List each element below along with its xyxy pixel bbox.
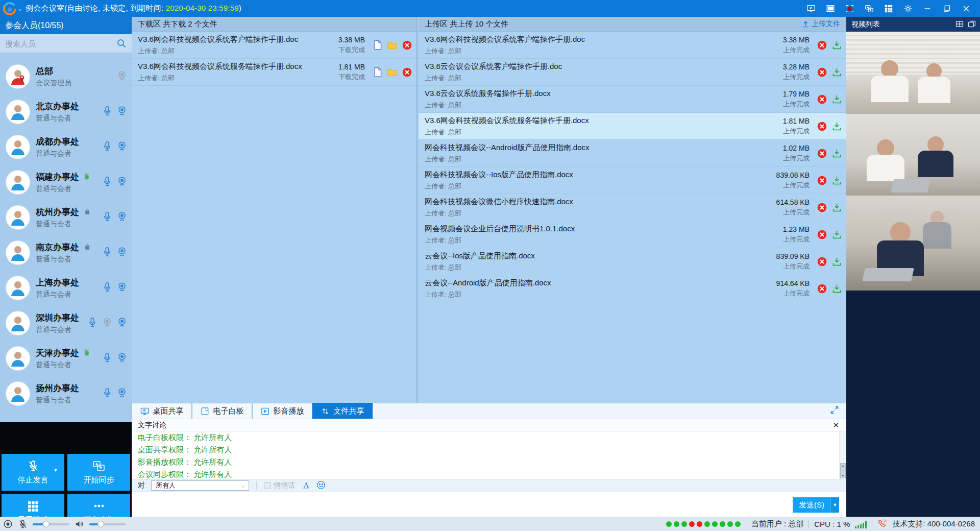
close-icon[interactable]: ✕: [826, 421, 841, 430]
video-layout-icon[interactable]: [955, 20, 964, 29]
tab-file-share[interactable]: 文件共享: [312, 403, 373, 419]
video-popout-icon[interactable]: [968, 20, 976, 29]
camera-icon[interactable]: [116, 352, 128, 365]
app-logo-icon[interactable]: [3, 2, 16, 15]
emoji-button[interactable]: [316, 480, 326, 491]
delete-file-icon[interactable]: [817, 121, 827, 132]
camera-icon[interactable]: [116, 140, 128, 154]
upload-file-row[interactable]: 网会科技视频会议--Android版产品使用指南.docx上传者: 总部 1.0…: [419, 140, 846, 167]
participant-row[interactable]: 南京办事处 普通与会者: [0, 235, 132, 270]
download-file-icon[interactable]: [831, 175, 842, 186]
participant-row[interactable]: 扬州办事处 普通与会者: [0, 376, 132, 411]
mic-muted-icon[interactable]: [18, 519, 28, 529]
stop-speaking-button[interactable]: 停止发言 ▼: [2, 454, 64, 491]
dropdown-caret-icon[interactable]: ▼: [53, 467, 58, 473]
video-thumbnail-2[interactable]: [846, 114, 980, 196]
download-file-icon[interactable]: [831, 256, 842, 267]
participant-row[interactable]: 杭州办事处 普通与会者: [0, 200, 132, 235]
participant-row[interactable]: 福建办事处 普通与会者: [0, 164, 132, 200]
download-file-icon[interactable]: [831, 67, 842, 78]
camera-icon[interactable]: [116, 281, 128, 295]
mic-icon[interactable]: [87, 317, 98, 330]
font-style-button[interactable]: A: [303, 481, 309, 490]
camera-icon[interactable]: [116, 387, 128, 400]
upload-file-row[interactable]: V3.6云会议系统服务端操作手册.docx上传者: 总部 1.79 MB上传完成: [419, 86, 846, 113]
delete-file-icon[interactable]: [817, 94, 827, 105]
participant-row[interactable]: 成都办事处 普通与会者: [0, 129, 132, 164]
remote-desktop-icon[interactable]: [804, 3, 818, 14]
delete-file-icon[interactable]: [817, 256, 827, 267]
mic-icon[interactable]: [102, 281, 113, 295]
delete-file-icon[interactable]: [817, 175, 827, 186]
participant-row[interactable]: 上海办事处 普通与会者: [0, 270, 132, 305]
upload-file-row[interactable]: 云会议--Android版产品使用指南.docx上传者: 总部 914.64 K…: [419, 275, 846, 302]
speaker-icon[interactable]: [75, 519, 84, 529]
camera-off-icon[interactable]: [102, 317, 113, 330]
delete-file-icon[interactable]: [817, 283, 827, 294]
start-sync-button[interactable]: 开始同步: [67, 454, 130, 491]
mic-icon[interactable]: [102, 246, 113, 259]
chevron-down-icon[interactable]: ⌄: [17, 5, 22, 12]
participant-row[interactable]: 天津办事处 普通与会者: [0, 341, 132, 376]
upload-file-row[interactable]: V3.6云会议会议系统客户端操作手册.doc上传者: 总部 3.28 MB上传完…: [419, 59, 846, 86]
scrollbar-thumb[interactable]: ▲▼: [840, 463, 846, 478]
participant-row[interactable]: 北京办事处 普通与会者: [0, 94, 132, 129]
sync-screens-icon[interactable]: [863, 3, 876, 14]
delete-file-icon[interactable]: [817, 229, 827, 240]
download-file-icon[interactable]: [831, 121, 842, 132]
close-button[interactable]: [960, 3, 973, 14]
upload-file-row[interactable]: 网会科技视频会议--Ios版产品使用指南.docx上传者: 总部 839.08 …: [419, 167, 846, 194]
camera-icon[interactable]: [116, 176, 128, 189]
delete-file-icon[interactable]: [402, 40, 412, 51]
delete-file-icon[interactable]: [817, 202, 827, 213]
maximize-button[interactable]: [940, 3, 953, 14]
upload-file-row[interactable]: 网会科技视频会议微信小程序快速指南.docx上传者: 总部 614.58 KB上…: [419, 194, 846, 221]
camera-icon[interactable]: [116, 246, 128, 259]
checkbox-icon[interactable]: [264, 482, 271, 489]
minimize-button[interactable]: [921, 3, 934, 14]
participant-row[interactable]: 深圳办事处 普通与会者: [0, 305, 132, 341]
whisper-checkbox[interactable]: 悄悄话: [264, 481, 295, 490]
tab-media-play[interactable]: 影音播放: [252, 403, 312, 419]
mic-icon[interactable]: [102, 140, 113, 154]
camera-icon[interactable]: [116, 211, 128, 224]
open-folder-icon[interactable]: [387, 67, 398, 78]
recipient-select[interactable]: 所有人⌄: [151, 480, 249, 491]
download-file-icon[interactable]: [831, 283, 842, 294]
settings-icon[interactable]: [901, 3, 915, 14]
search-input[interactable]: [0, 34, 132, 53]
video-thumbnail-3[interactable]: [846, 196, 980, 291]
mic-icon[interactable]: [102, 176, 113, 189]
upload-file-button[interactable]: 上传文件: [802, 19, 840, 29]
delete-file-icon[interactable]: [817, 148, 827, 159]
upload-file-row[interactable]: V3.6网会科技视频会议系统客户端操作手册.doc上传者: 总部 3.38 MB…: [419, 32, 846, 59]
tab-desktop-share[interactable]: 桌面共享: [132, 403, 192, 419]
expand-fullscreen-icon[interactable]: [830, 405, 839, 417]
camera-icon[interactable]: [116, 317, 128, 330]
message-compose-area[interactable]: 发送(S) ▼: [132, 492, 846, 517]
mic-icon[interactable]: [102, 211, 113, 224]
upload-file-row[interactable]: 云会议--Ios版产品使用指南.docx上传者: 总部 839.09 KB上传完…: [419, 248, 846, 275]
camera-off-icon[interactable]: [116, 70, 128, 83]
fullscreen-icon[interactable]: [824, 3, 837, 14]
download-file-icon[interactable]: [831, 94, 842, 105]
delete-file-icon[interactable]: [402, 67, 412, 78]
layout-grid-icon[interactable]: [882, 3, 895, 14]
download-file-row[interactable]: V3.6网会科技视频会议系统服务端操作手册.docx上传者: 总部 1.81 M…: [132, 59, 416, 86]
record-icon[interactable]: [843, 3, 856, 14]
upload-file-row-selected[interactable]: V3.6网会科技视频会议系统服务端操作手册.docx上传者: 总部 1.81 M…: [419, 113, 846, 140]
send-button[interactable]: 发送(S): [793, 497, 830, 513]
upload-file-row[interactable]: 网会视频会议企业后台使用说明书1.0.1.docx上传者: 总部 1.23 MB…: [419, 221, 846, 248]
video-thumbnail-1[interactable]: [846, 32, 980, 114]
download-file-icon[interactable]: [831, 40, 842, 51]
send-options-caret[interactable]: ▼: [830, 497, 839, 513]
delete-file-icon[interactable]: [817, 40, 827, 51]
tab-whiteboard[interactable]: 电子白板: [192, 403, 252, 419]
mic-volume-slider[interactable]: [33, 523, 69, 525]
search-icon[interactable]: [116, 38, 127, 49]
download-file-icon[interactable]: [831, 202, 842, 213]
download-file-icon[interactable]: [831, 148, 842, 159]
participant-row[interactable]: 总部 会议管理员: [0, 59, 132, 94]
mic-icon[interactable]: [102, 105, 113, 118]
open-file-icon[interactable]: [372, 40, 383, 51]
